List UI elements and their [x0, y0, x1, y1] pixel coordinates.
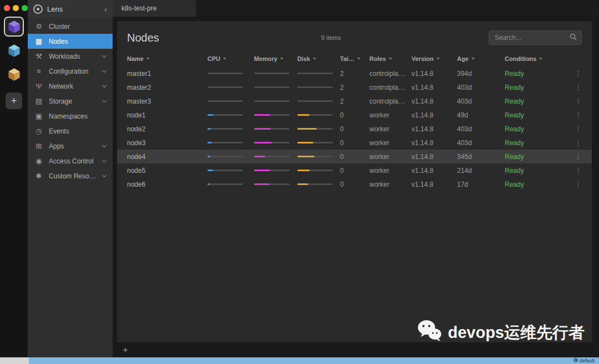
row-menu-button[interactable]: ⋮	[567, 97, 582, 105]
disk-bar-track	[297, 86, 333, 88]
zoom-button[interactable]	[22, 5, 28, 11]
column-label: Age	[457, 55, 469, 62]
namespace-indicator[interactable]: default	[573, 358, 599, 363]
row-menu-button[interactable]: ⋮	[567, 83, 582, 91]
row-menu-button[interactable]: ⋮	[567, 125, 582, 133]
taints-value: 0	[340, 167, 369, 175]
table-row[interactable]: master22controlplane…v1.14.8403dReady⋮	[117, 80, 592, 94]
sidebar-item-namespaces[interactable]: ▣Namespaces	[28, 109, 113, 124]
minimize-button[interactable]	[13, 5, 19, 11]
cpu-bar-fill	[207, 170, 213, 171]
sidebar-item-events[interactable]: ◷Events	[28, 124, 113, 139]
row-menu-button[interactable]: ⋮	[567, 111, 582, 119]
new-terminal-tab-button[interactable]: +	[123, 345, 128, 356]
row-menu-button[interactable]: ⋮	[567, 69, 582, 78]
sidebar-item-storage[interactable]: ▤Storage	[28, 94, 113, 109]
memory-usage-cell	[254, 128, 297, 130]
cpu-bar-track	[207, 170, 243, 171]
chevron-down-icon	[102, 53, 106, 58]
collapse-sidebar-icon[interactable]: ‹	[104, 4, 107, 14]
node-name: node4	[127, 153, 207, 161]
sidebar-item-apps[interactable]: ⊞Apps	[28, 139, 113, 153]
disk-bar-fill	[297, 114, 309, 116]
memory-bar-track	[254, 100, 290, 102]
table-row[interactable]: node10workerv1.14.849dReady⋮	[117, 108, 592, 122]
age-value: 403d	[457, 98, 505, 105]
cluster-purple-tile[interactable]	[4, 17, 24, 37]
disk-usage-cell	[297, 156, 340, 157]
row-menu-button[interactable]: ⋮	[567, 166, 582, 175]
cluster-orange-tile[interactable]	[4, 64, 24, 84]
column-header-memory[interactable]: Memory	[254, 55, 297, 62]
disk-bar-fill	[297, 128, 317, 130]
condition-badge: Ready	[505, 70, 567, 78]
sidebar: Lens ‹ ⚙Cluster▦Nodes⚒Workloads≡Configur…	[28, 0, 113, 357]
row-menu-button[interactable]: ⋮	[567, 152, 582, 161]
sidebar-item-nodes[interactable]: ▦Nodes	[28, 34, 113, 49]
node-name: node2	[127, 125, 207, 133]
taints-value: 2	[340, 98, 369, 105]
cluster-rail: +	[0, 0, 28, 357]
column-header-conditions[interactable]: Conditions	[505, 55, 567, 62]
cpu-bar-fill	[207, 128, 211, 130]
disk-usage-cell	[297, 100, 340, 102]
age-value: 394d	[457, 70, 505, 78]
sidebar-item-label: Namespaces	[49, 112, 88, 120]
row-menu-button[interactable]: ⋮	[567, 180, 582, 188]
search-input[interactable]	[494, 33, 570, 42]
add-cluster-button[interactable]: +	[6, 93, 22, 109]
disk-bar-fill	[297, 170, 309, 171]
disk-usage-cell	[297, 128, 340, 130]
memory-usage-cell	[254, 156, 297, 157]
column-header-version[interactable]: Version	[412, 55, 457, 62]
column-header-taints[interactable]: Tai…	[340, 55, 369, 62]
sidebar-item-access-control[interactable]: ◉Access Control	[28, 153, 113, 168]
table-row[interactable]: node20workerv1.14.8403dReady⋮	[117, 122, 592, 136]
globe-icon	[573, 358, 578, 363]
chevron-down-icon	[102, 98, 106, 102]
age-value: 403d	[457, 139, 505, 147]
condition-badge: Ready	[505, 84, 567, 91]
sidebar-item-label: Storage	[49, 98, 72, 105]
app-window: + Lens ‹ ⚙Cluster▦Nodes⚒Workloads≡Config…	[0, 0, 599, 364]
version-value: v1.14.8	[412, 98, 457, 105]
roles-value: worker	[369, 181, 412, 188]
column-header-disk[interactable]: Disk	[297, 55, 340, 62]
column-label: Name	[127, 55, 144, 62]
status-bar: default	[0, 357, 599, 364]
sidebar-item-cluster[interactable]: ⚙Cluster	[28, 19, 113, 34]
age-value: 345d	[457, 153, 505, 161]
sidebar-item-configuration[interactable]: ≡Configuration	[28, 64, 113, 79]
sidebar-item-workloads[interactable]: ⚒Workloads	[28, 49, 113, 64]
cpu-bar-track	[207, 183, 243, 185]
table-row[interactable]: master12controlplane…v1.14.8394dReady⋮	[117, 66, 592, 80]
row-menu-button[interactable]: ⋮	[567, 139, 582, 147]
sidebar-item-network[interactable]: ΨNetwork	[28, 79, 113, 94]
tab-k8s-test-pre[interactable]: k8s-test-pre	[113, 0, 196, 17]
sidebar-item-label: Cluster	[49, 23, 70, 30]
cpu-bar-track	[207, 128, 243, 130]
column-header-cpu[interactable]: CPU	[207, 55, 254, 62]
events-icon: ◷	[34, 127, 43, 135]
cpu-bar-track	[207, 73, 243, 74]
cpu-bar-track	[207, 100, 243, 102]
sidebar-item-custom-resources[interactable]: ✱Custom Resources	[28, 168, 113, 183]
cluster-blue-tile[interactable]	[4, 40, 24, 60]
sidebar-header: Lens ‹	[28, 0, 113, 18]
status-bar-left-segment	[0, 357, 29, 364]
cpu-usage-cell	[207, 170, 254, 171]
table-row[interactable]: node50workerv1.14.8214dReady⋮	[117, 163, 592, 177]
table-row[interactable]: node60workerv1.14.817dReady⋮	[117, 177, 592, 191]
close-button[interactable]	[4, 5, 10, 11]
column-header-roles[interactable]: Roles	[369, 55, 412, 62]
version-value: v1.14.8	[412, 139, 457, 147]
column-header-age[interactable]: Age	[457, 55, 505, 62]
taints-value: 0	[340, 181, 369, 188]
table-row[interactable]: node30workerv1.14.8403dReady⋮	[117, 136, 592, 150]
table-row[interactable]: node40workerv1.14.8345dReady⋮	[117, 150, 592, 163]
table-row[interactable]: master32controlplane…v1.14.8403dReady⋮	[117, 94, 592, 108]
access-control-icon: ◉	[34, 157, 43, 165]
column-header-name[interactable]: Name	[127, 55, 207, 62]
chevron-down-icon	[102, 173, 106, 177]
network-icon: Ψ	[34, 82, 43, 90]
